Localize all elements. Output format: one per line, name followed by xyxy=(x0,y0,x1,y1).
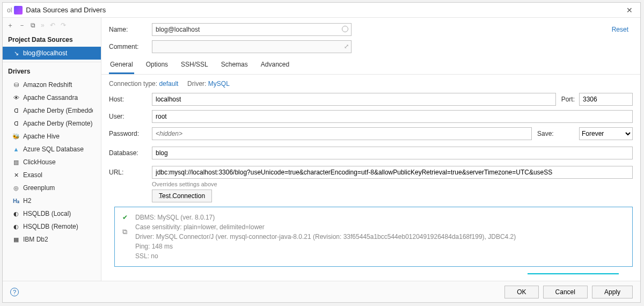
tab-schemas[interactable]: Schemas xyxy=(220,59,249,74)
tab-sshssl[interactable]: SSH/SSL xyxy=(180,59,209,74)
db-icon: ▥ xyxy=(12,158,20,166)
connection-result: ✔ ⧉ DBMS: MySQL (ver. 8.0.17) Case sensi… xyxy=(114,207,633,267)
redo-icon[interactable]: ↷ xyxy=(61,21,66,29)
host-field[interactable] xyxy=(152,93,556,106)
url-hint: Overrides settings above xyxy=(152,181,633,187)
db-icon: ᗡ xyxy=(12,107,20,114)
main-panel: Name: Reset Comment: ⤢ General Options S… xyxy=(101,18,640,282)
connection-type-link[interactable]: default xyxy=(159,80,178,88)
password-label: Password: xyxy=(109,130,147,137)
drivers-list: ⛁Amazon Redshift 👁Apache Cassandra ᗡApac… xyxy=(3,78,101,282)
tab-bar: General Options SSH/SSL Schemas Advanced xyxy=(101,55,640,75)
db-icon: 👁 xyxy=(12,94,20,101)
name-input-wrap xyxy=(152,23,352,36)
sidebar-item-datasource[interactable]: ↘ blog@localhost xyxy=(3,47,101,60)
user-label: User: xyxy=(109,113,147,120)
db-icon: H₂ xyxy=(12,197,20,205)
user-field[interactable] xyxy=(152,110,633,123)
driver-item[interactable]: ◎Greenplum xyxy=(3,181,101,194)
ok-button[interactable]: OK xyxy=(504,286,538,298)
test-connection-button[interactable]: Test Connection xyxy=(152,190,212,202)
dialog-footer: ? OK Cancel Apply xyxy=(3,281,640,302)
datasource-icon: ↘ xyxy=(12,49,20,57)
password-field[interactable] xyxy=(152,127,532,140)
host-label: Host: xyxy=(109,96,147,103)
remove-icon[interactable]: － xyxy=(19,21,25,30)
name-color-icon[interactable] xyxy=(342,26,348,32)
driver-item[interactable]: ▥ClickHouse xyxy=(3,156,101,169)
window-edge-text: ol xyxy=(7,6,12,14)
result-text: DBMS: MySQL (ver. 8.0.17) Case sensitivi… xyxy=(135,213,516,261)
tab-options[interactable]: Options xyxy=(145,59,169,74)
sidebar: ＋ － ⧉ » ↶ ↷ Project Data Sources ↘ blog@… xyxy=(3,18,101,282)
add-icon[interactable]: ＋ xyxy=(7,21,13,30)
db-icon: ◐ xyxy=(12,210,20,217)
sidebar-toolbar: ＋ － ⧉ » ↶ ↷ xyxy=(3,18,101,33)
port-field[interactable] xyxy=(579,93,633,106)
comment-field[interactable]: ⤢ xyxy=(152,40,352,53)
driver-item[interactable]: ◐HSQLDB (Remote) xyxy=(3,220,101,233)
driver-link[interactable]: MySQL xyxy=(208,80,230,88)
driver-item[interactable]: ✕Exasol xyxy=(3,169,101,181)
connection-type-row: Connection type: default Driver: MySQL xyxy=(109,80,633,88)
db-icon: ◐ xyxy=(12,223,20,230)
chevron-right-icon[interactable]: » xyxy=(41,21,45,29)
database-field[interactable] xyxy=(152,147,633,159)
db-icon: ◎ xyxy=(12,184,20,192)
db-icon: ᗡ xyxy=(12,120,20,127)
sidebar-header-datasources: Project Data Sources xyxy=(3,33,101,47)
save-select[interactable]: Forever xyxy=(579,127,633,140)
title-bar: ol Data Sources and Drivers ✕ xyxy=(3,3,640,18)
cancel-button[interactable]: Cancel xyxy=(543,286,588,298)
apply-button[interactable]: Apply xyxy=(592,286,633,298)
db-icon: ▲ xyxy=(12,145,20,153)
comment-label: Comment: xyxy=(109,43,147,50)
annotation-underline xyxy=(528,273,619,274)
help-icon[interactable]: ? xyxy=(10,288,19,296)
driver-item[interactable]: ⛁Amazon Redshift xyxy=(3,78,101,91)
database-label: Database: xyxy=(109,149,147,157)
url-label: URL: xyxy=(109,169,147,176)
db-icon: ▦ xyxy=(12,236,20,243)
driver-item[interactable]: ▲Azure SQL Database xyxy=(3,143,101,156)
close-icon[interactable]: ✕ xyxy=(623,6,636,14)
datasource-label: blog@localhost xyxy=(23,49,67,57)
driver-item[interactable]: ◐HSQLDB (Local) xyxy=(3,207,101,220)
driver-item[interactable]: 👁Apache Cassandra xyxy=(3,91,101,104)
tab-advanced[interactable]: Advanced xyxy=(260,59,290,74)
copy-icon[interactable]: ⧉ xyxy=(31,21,35,29)
tab-general[interactable]: General xyxy=(109,59,134,74)
db-icon: ⛁ xyxy=(12,81,20,89)
copy-icon[interactable]: ⧉ xyxy=(122,227,128,237)
port-label: Port: xyxy=(561,96,575,103)
dialog: ol Data Sources and Drivers ✕ ＋ － ⧉ » ↶ … xyxy=(2,2,641,303)
driver-item[interactable]: 🐝Apache Hive xyxy=(3,130,101,143)
driver-item[interactable]: ᗡApache Derby (Remote) xyxy=(3,117,101,130)
save-label: Save: xyxy=(537,130,575,137)
db-icon: ✕ xyxy=(12,171,20,179)
name-label: Name: xyxy=(109,26,147,33)
driver-item[interactable]: ▦IBM Db2 xyxy=(3,233,101,246)
sidebar-header-drivers: Drivers xyxy=(3,64,101,78)
url-field[interactable] xyxy=(152,166,633,179)
dialog-title: Data Sources and Drivers xyxy=(26,6,623,14)
expand-icon[interactable]: ⤢ xyxy=(344,43,349,50)
undo-icon[interactable]: ↶ xyxy=(50,21,55,29)
name-field[interactable] xyxy=(152,23,352,36)
tab-content: Connection type: default Driver: MySQL H… xyxy=(101,75,640,282)
app-icon xyxy=(14,6,23,14)
driver-item[interactable]: H₂H2 xyxy=(3,194,101,207)
driver-item[interactable]: ᗡApache Derby (Embedded) xyxy=(3,104,101,117)
db-icon: 🐝 xyxy=(12,133,20,140)
reset-link[interactable]: Reset xyxy=(612,26,633,33)
success-check-icon: ✔ xyxy=(122,213,128,222)
